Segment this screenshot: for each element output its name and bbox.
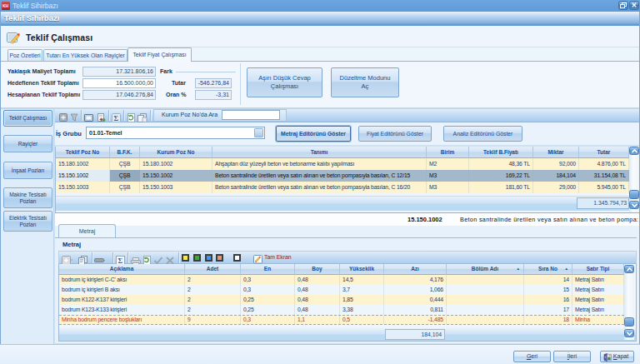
- svg-text:Σ: Σ: [114, 114, 119, 122]
